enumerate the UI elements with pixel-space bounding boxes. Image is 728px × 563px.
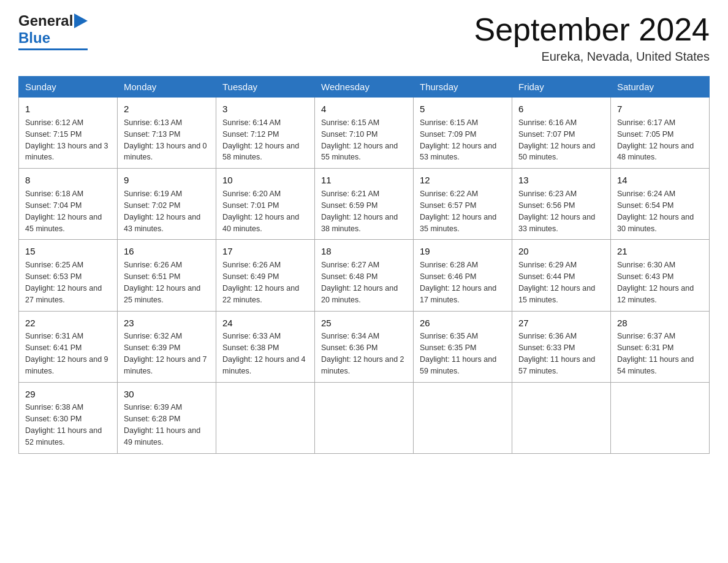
day-info: Sunrise: 6:21 AMSunset: 6:59 PMDaylight:… [321,190,398,233]
day-number: 5 [420,102,506,116]
day-cell: 17Sunrise: 6:26 AMSunset: 6:49 PMDayligh… [216,240,315,311]
col-header-wednesday: Wednesday [315,77,414,98]
week-row-1: 1Sunrise: 6:12 AMSunset: 7:15 PMDaylight… [19,98,710,169]
day-number: 1 [25,102,111,116]
day-info: Sunrise: 6:22 AMSunset: 6:57 PMDaylight:… [420,190,496,233]
day-number: 30 [124,388,210,401]
day-number: 7 [617,102,703,116]
day-cell: 28Sunrise: 6:37 AMSunset: 6:31 PMDayligh… [611,311,710,382]
col-header-monday: Monday [118,77,216,98]
col-header-tuesday: Tuesday [216,77,315,98]
day-info: Sunrise: 6:15 AMSunset: 7:09 PMDaylight:… [420,118,496,162]
col-header-saturday: Saturday [611,77,710,98]
day-info: Sunrise: 6:23 AMSunset: 6:56 PMDaylight:… [518,190,595,233]
day-cell: 30Sunrise: 6:39 AMSunset: 6:28 PMDayligh… [118,382,216,453]
svg-marker-0 [74,13,88,28]
day-info: Sunrise: 6:25 AMSunset: 6:53 PMDaylight:… [25,261,102,304]
day-cell: 23Sunrise: 6:32 AMSunset: 6:39 PMDayligh… [118,311,216,382]
day-cell: 15Sunrise: 6:25 AMSunset: 6:53 PMDayligh… [19,240,118,311]
day-cell [414,382,512,453]
day-info: Sunrise: 6:20 AMSunset: 7:01 PMDaylight:… [222,190,299,233]
day-cell: 1Sunrise: 6:12 AMSunset: 7:15 PMDaylight… [19,98,118,169]
day-number: 25 [321,316,407,330]
day-cell: 11Sunrise: 6:21 AMSunset: 6:59 PMDayligh… [315,169,414,240]
day-number: 11 [321,174,407,187]
logo-underline [18,48,88,50]
col-header-friday: Friday [512,77,611,98]
day-cell: 2Sunrise: 6:13 AMSunset: 7:13 PMDaylight… [118,98,216,169]
day-cell: 29Sunrise: 6:38 AMSunset: 6:30 PMDayligh… [19,382,118,453]
page-header: General Blue September 2024 Eureka, Neva… [18,12,710,64]
day-cell: 3Sunrise: 6:14 AMSunset: 7:12 PMDaylight… [216,98,315,169]
day-number: 10 [222,174,308,187]
day-info: Sunrise: 6:30 AMSunset: 6:43 PMDaylight:… [617,261,694,304]
day-info: Sunrise: 6:16 AMSunset: 7:07 PMDaylight:… [518,118,595,162]
day-info: Sunrise: 6:24 AMSunset: 6:54 PMDaylight:… [617,190,694,233]
day-number: 19 [420,245,506,258]
day-cell: 21Sunrise: 6:30 AMSunset: 6:43 PMDayligh… [611,240,710,311]
day-info: Sunrise: 6:19 AMSunset: 7:02 PMDaylight:… [124,190,200,233]
day-number: 17 [222,245,308,258]
day-number: 16 [124,245,210,258]
day-info: Sunrise: 6:12 AMSunset: 7:15 PMDaylight:… [25,118,108,162]
day-cell: 26Sunrise: 6:35 AMSunset: 6:35 PMDayligh… [414,311,512,382]
day-cell: 25Sunrise: 6:34 AMSunset: 6:36 PMDayligh… [315,311,414,382]
day-cell: 27Sunrise: 6:36 AMSunset: 6:33 PMDayligh… [512,311,611,382]
day-info: Sunrise: 6:37 AMSunset: 6:31 PMDaylight:… [617,332,694,375]
col-header-thursday: Thursday [414,77,512,98]
calendar-table: SundayMondayTuesdayWednesdayThursdayFrid… [18,76,710,454]
day-cell: 9Sunrise: 6:19 AMSunset: 7:02 PMDaylight… [118,169,216,240]
day-info: Sunrise: 6:33 AMSunset: 6:38 PMDaylight:… [222,332,306,375]
day-number: 22 [25,316,111,330]
day-cell: 16Sunrise: 6:26 AMSunset: 6:51 PMDayligh… [118,240,216,311]
day-info: Sunrise: 6:18 AMSunset: 7:04 PMDaylight:… [25,190,102,233]
header-row: SundayMondayTuesdayWednesdayThursdayFrid… [19,77,710,98]
day-info: Sunrise: 6:14 AMSunset: 7:12 PMDaylight:… [222,118,299,162]
day-info: Sunrise: 6:28 AMSunset: 6:46 PMDaylight:… [420,261,496,304]
day-info: Sunrise: 6:27 AMSunset: 6:48 PMDaylight:… [321,261,398,304]
day-info: Sunrise: 6:15 AMSunset: 7:10 PMDaylight:… [321,118,398,162]
logo-general: General [18,13,73,28]
day-number: 28 [617,316,703,330]
day-cell: 10Sunrise: 6:20 AMSunset: 7:01 PMDayligh… [216,169,315,240]
day-cell: 19Sunrise: 6:28 AMSunset: 6:46 PMDayligh… [414,240,512,311]
week-row-3: 15Sunrise: 6:25 AMSunset: 6:53 PMDayligh… [19,240,710,311]
day-cell: 12Sunrise: 6:22 AMSunset: 6:57 PMDayligh… [414,169,512,240]
day-number: 9 [124,174,210,187]
title-area: September 2024 Eureka, Nevada, United St… [474,12,710,64]
day-info: Sunrise: 6:31 AMSunset: 6:41 PMDaylight:… [25,332,108,375]
day-cell: 8Sunrise: 6:18 AMSunset: 7:04 PMDaylight… [19,169,118,240]
day-info: Sunrise: 6:26 AMSunset: 6:49 PMDaylight:… [222,261,299,304]
day-number: 21 [617,245,703,258]
day-number: 8 [25,174,111,187]
logo: General Blue [18,12,88,50]
day-number: 20 [518,245,604,258]
day-info: Sunrise: 6:34 AMSunset: 6:36 PMDaylight:… [321,332,404,375]
day-cell: 24Sunrise: 6:33 AMSunset: 6:38 PMDayligh… [216,311,315,382]
location: Eureka, Nevada, United States [474,50,710,64]
day-number: 26 [420,316,506,330]
col-header-sunday: Sunday [19,77,118,98]
day-number: 15 [25,245,111,258]
day-number: 3 [222,102,308,116]
day-info: Sunrise: 6:38 AMSunset: 6:30 PMDaylight:… [25,403,102,446]
day-number: 18 [321,245,407,258]
day-info: Sunrise: 6:39 AMSunset: 6:28 PMDaylight:… [124,403,200,446]
day-cell: 4Sunrise: 6:15 AMSunset: 7:10 PMDaylight… [315,98,414,169]
day-cell: 13Sunrise: 6:23 AMSunset: 6:56 PMDayligh… [512,169,611,240]
day-cell: 7Sunrise: 6:17 AMSunset: 7:05 PMDaylight… [611,98,710,169]
day-cell: 5Sunrise: 6:15 AMSunset: 7:09 PMDaylight… [414,98,512,169]
day-cell: 14Sunrise: 6:24 AMSunset: 6:54 PMDayligh… [611,169,710,240]
day-number: 27 [518,316,604,330]
day-number: 24 [222,316,308,330]
day-info: Sunrise: 6:32 AMSunset: 6:39 PMDaylight:… [124,332,207,375]
day-info: Sunrise: 6:26 AMSunset: 6:51 PMDaylight:… [124,261,200,304]
week-row-5: 29Sunrise: 6:38 AMSunset: 6:30 PMDayligh… [19,382,710,453]
logo-arrow-icon [74,12,88,29]
week-row-4: 22Sunrise: 6:31 AMSunset: 6:41 PMDayligh… [19,311,710,382]
day-info: Sunrise: 6:35 AMSunset: 6:35 PMDaylight:… [420,332,496,375]
day-number: 6 [518,102,604,116]
day-number: 23 [124,316,210,330]
day-info: Sunrise: 6:13 AMSunset: 7:13 PMDaylight:… [124,118,207,162]
week-row-2: 8Sunrise: 6:18 AMSunset: 7:04 PMDaylight… [19,169,710,240]
